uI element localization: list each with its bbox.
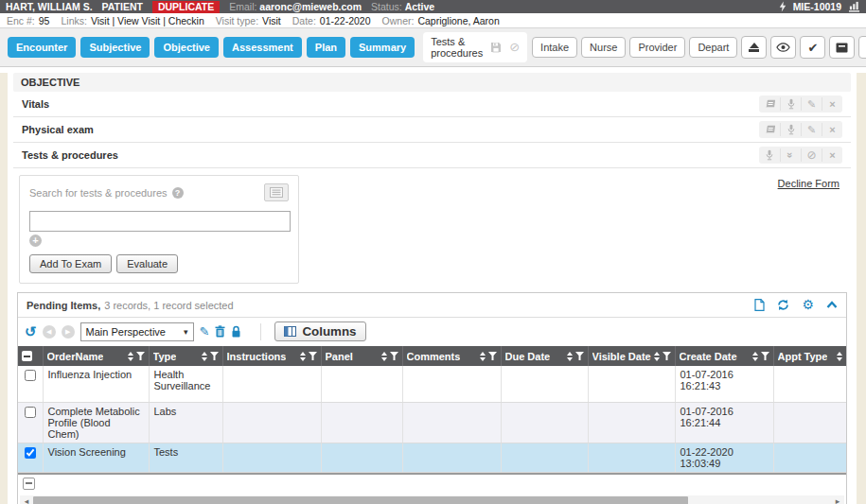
- sort-icon[interactable]: [837, 352, 842, 361]
- table-row[interactable]: Influenza Injection Health Surveillance …: [18, 366, 846, 402]
- undo-icon[interactable]: ↺: [25, 325, 37, 339]
- sort-icon[interactable]: [654, 352, 660, 361]
- edit-perspective-icon[interactable]: ✎: [200, 325, 210, 338]
- tab-encounter[interactable]: Encounter: [8, 37, 76, 58]
- col-panel[interactable]: Panel: [321, 346, 402, 366]
- cancel-icon[interactable]: ⊘: [509, 42, 520, 53]
- close-icon[interactable]: ×: [822, 123, 842, 136]
- pending-items-title: Pending Items,: [27, 300, 100, 311]
- cell-create-date: 01-07-2016 16:21:44: [675, 402, 773, 443]
- cell-due-date: [501, 443, 588, 472]
- delete-perspective-icon[interactable]: [215, 325, 225, 338]
- horizontal-scrollbar[interactable]: ◂ ▸: [20, 495, 844, 504]
- cell-due-date: [501, 402, 588, 443]
- pencil-icon[interactable]: ✎: [801, 97, 822, 111]
- book-icon[interactable]: [858, 36, 866, 59]
- search-label-row: Search for tests & procedures ?: [29, 183, 289, 201]
- row-checkbox[interactable]: [25, 447, 36, 459]
- cell-create-date: 01-22-2020 13:03:49: [675, 443, 773, 472]
- sort-icon[interactable]: [480, 352, 486, 361]
- tab-subjective[interactable]: Subjective: [80, 37, 150, 58]
- microphone-icon[interactable]: [759, 148, 780, 162]
- cell-visible-date: [588, 402, 675, 443]
- col-type[interactable]: Type: [149, 346, 222, 366]
- links-value[interactable]: Visit | View Visit | Checkin: [91, 15, 204, 26]
- col-visible-date[interactable]: Visible Date: [588, 346, 675, 366]
- chart-icon[interactable]: [848, 1, 860, 12]
- row-checkbox[interactable]: [25, 370, 36, 381]
- new-document-icon[interactable]: [754, 299, 765, 311]
- flash-icon[interactable]: [779, 1, 786, 12]
- collapse-rows-icon[interactable]: [23, 478, 35, 490]
- col-comments[interactable]: Comments: [402, 346, 501, 366]
- table-row[interactable]: Complete Metabolic Profile (Blood Chem) …: [18, 402, 846, 443]
- tab-plan[interactable]: Plan: [307, 37, 345, 58]
- collapse-panel-icon[interactable]: [826, 301, 838, 309]
- tests-search-input[interactable]: [29, 211, 291, 232]
- perspective-value: Main Perspective: [86, 326, 180, 338]
- row-checkbox[interactable]: [25, 407, 36, 418]
- date-value: 01-22-2020: [320, 15, 371, 26]
- add-row-icon[interactable]: +: [29, 235, 42, 247]
- scroll-left-icon[interactable]: ◂: [20, 495, 33, 504]
- toolbar-divider: [260, 323, 261, 340]
- next-perspective-icon[interactable]: ▶: [62, 325, 75, 339]
- col-instructions[interactable]: Instructions: [222, 346, 321, 366]
- microphone-icon[interactable]: [780, 123, 801, 136]
- uncheck-all-icon[interactable]: [22, 351, 32, 361]
- help-icon[interactable]: ?: [172, 187, 184, 199]
- filter-icon: [390, 352, 398, 360]
- status-value: Active: [405, 1, 435, 12]
- lock-icon[interactable]: [231, 325, 241, 338]
- scrollbar-thumb[interactable]: [33, 496, 688, 504]
- prev-perspective-icon[interactable]: ◀: [43, 325, 56, 339]
- chart-content-area: OBJECTIVE Vitals ✎ × Physical exam: [8, 73, 857, 504]
- columns-button[interactable]: Columns: [274, 322, 365, 341]
- save-icon[interactable]: [490, 42, 502, 53]
- scroll-right-icon[interactable]: ▸: [831, 495, 844, 504]
- depart-button[interactable]: Depart: [689, 37, 737, 58]
- tab-objective[interactable]: Objective: [154, 37, 219, 58]
- cell-instructions: [222, 366, 321, 402]
- book-icon[interactable]: [759, 97, 780, 111]
- decline-slash-icon[interactable]: ⊘: [801, 148, 822, 162]
- sort-icon[interactable]: [567, 352, 573, 361]
- table-row-selected[interactable]: Vision Screening Tests 01-22-2020 13:03:…: [18, 443, 846, 472]
- provider-button[interactable]: Provider: [629, 37, 685, 58]
- book-icon[interactable]: [759, 123, 780, 136]
- microphone-icon[interactable]: [780, 97, 801, 111]
- table-footer-row: [18, 473, 846, 492]
- eject-icon[interactable]: [741, 36, 767, 59]
- pencil-icon[interactable]: ✎: [801, 123, 822, 136]
- tab-assessment[interactable]: Assessment: [223, 37, 302, 58]
- col-create-date[interactable]: Create Date: [675, 346, 773, 366]
- check-icon[interactable]: ✔: [800, 36, 825, 59]
- list-picker-icon[interactable]: [264, 183, 289, 201]
- gear-icon[interactable]: ⚙: [802, 299, 814, 311]
- nurse-button[interactable]: Nurse: [581, 37, 626, 58]
- col-due-date[interactable]: Due Date: [501, 346, 588, 366]
- enc-number-value: 95: [39, 15, 50, 26]
- col-appt-type[interactable]: Appt Type: [773, 346, 846, 366]
- decline-form-link[interactable]: Decline Form: [778, 178, 839, 189]
- sort-icon[interactable]: [300, 352, 306, 361]
- close-icon[interactable]: ×: [822, 97, 842, 111]
- sort-icon[interactable]: [381, 352, 387, 361]
- section-row-tests-procedures: Tests & procedures » ⊘ ×: [13, 143, 851, 168]
- table-header-row: OrderName Type Instructions Panel Commen…: [18, 346, 846, 366]
- tab-summary[interactable]: Summary: [350, 37, 415, 58]
- refresh-icon[interactable]: [777, 299, 789, 311]
- eye-icon[interactable]: [770, 36, 796, 59]
- intake-button[interactable]: Intake: [532, 37, 577, 58]
- cell-comments: [402, 443, 501, 472]
- sort-icon[interactable]: [202, 352, 207, 361]
- close-icon[interactable]: ×: [822, 148, 842, 162]
- add-to-exam-button-top[interactable]: Add To Exam: [29, 254, 112, 273]
- perspective-select[interactable]: Main Perspective ▾: [80, 322, 194, 341]
- sort-icon[interactable]: [128, 352, 133, 361]
- collapse-chevrons-icon[interactable]: »: [780, 148, 801, 162]
- col-ordername[interactable]: OrderName: [43, 346, 149, 366]
- archive-icon[interactable]: [829, 36, 855, 59]
- sort-icon[interactable]: [752, 352, 758, 361]
- evaluate-button[interactable]: Evaluate: [116, 254, 178, 273]
